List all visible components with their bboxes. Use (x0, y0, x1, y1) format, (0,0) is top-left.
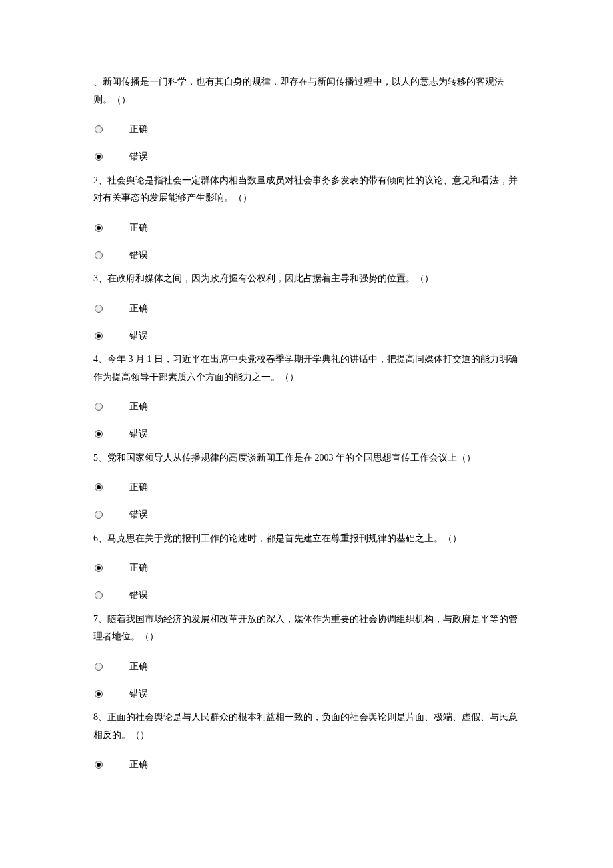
radio-incorrect[interactable] (95, 332, 103, 340)
option-label-correct: 正确 (120, 215, 148, 236)
question-text: 4、今年 3 月 1 日，习近平在出席中央党校春季学期开学典礼的讲话中，把提高同… (93, 351, 520, 386)
option-label-incorrect: 错误 (120, 144, 148, 165)
option-row-correct: 正确 (93, 213, 520, 236)
radio-col (93, 251, 120, 259)
question-block: 2、社会舆论是指社会一定群体内相当数量成员对社会事务多发表的带有倾向性的议论、意… (93, 172, 520, 264)
question-block: 3、在政府和媒体之间，因为政府握有公权利，因此占据着主导和强势的位置。（）正确错… (93, 270, 520, 344)
radio-correct[interactable] (95, 663, 103, 671)
option-row-incorrect: 错误 (93, 679, 520, 702)
option-label-incorrect: 错误 (120, 421, 148, 442)
radio-correct[interactable] (95, 224, 103, 232)
option-label-correct: 正确 (120, 654, 148, 675)
radio-correct[interactable] (95, 305, 103, 313)
radio-incorrect[interactable] (95, 690, 103, 698)
question-block: 、新闻传播是一门科学，也有其自身的规律，即存在与新闻传播过程中，以人的意志为转移… (93, 73, 520, 165)
option-row-incorrect: 错误 (93, 580, 520, 603)
option-label-incorrect: 错误 (120, 502, 148, 523)
question-text: 8、正面的社会舆论是与人民群众的根本利益相一致的，负面的社会舆论则是片面、极端、… (93, 709, 520, 744)
question-block: 4、今年 3 月 1 日，习近平在出席中央党校春季学期开学典礼的讲话中，把提高同… (93, 351, 520, 443)
option-row-correct: 正确 (93, 293, 520, 317)
option-row-correct: 正确 (93, 651, 520, 675)
option-row-correct: 正确 (93, 114, 520, 137)
option-row-incorrect: 错误 (93, 419, 520, 442)
radio-incorrect[interactable] (95, 591, 103, 599)
radio-incorrect[interactable] (95, 251, 103, 259)
radio-col (93, 663, 120, 671)
option-label-correct: 正确 (120, 475, 148, 495)
radio-incorrect[interactable] (95, 430, 103, 438)
radio-col (93, 511, 120, 519)
question-text: 7、随着我国市场经济的发展和改革开放的深入，媒体作为重要的社会协调组织机构，与政… (93, 611, 520, 646)
question-text: 2、社会舆论是指社会一定群体内相当数量成员对社会事务多发表的带有倾向性的议论、意… (93, 172, 520, 207)
option-row-correct: 正确 (93, 472, 520, 495)
radio-correct[interactable] (95, 564, 103, 572)
radio-col (93, 591, 120, 599)
option-label-correct: 正确 (120, 296, 148, 317)
question-text: 6、马克思在关于党的报刊工作的论述时，都是首先建立在尊重报刊规律的基础之上。（） (93, 530, 520, 548)
radio-col (93, 224, 120, 232)
option-label-incorrect: 错误 (120, 583, 148, 603)
question-block: 5、党和国家领导人从传播规律的高度谈新闻工作是在 2003 年的全国思想宣传工作… (93, 449, 520, 523)
question-text: 5、党和国家领导人从传播规律的高度谈新闻工作是在 2003 年的全国思想宣传工作… (93, 449, 520, 467)
option-row-correct: 正确 (93, 553, 520, 576)
radio-col (93, 153, 120, 161)
radio-correct[interactable] (95, 125, 103, 133)
radio-col (93, 564, 120, 572)
question-block: 6、马克思在关于党的报刊工作的论述时，都是首先建立在尊重报刊规律的基础之上。（）… (93, 530, 520, 604)
option-row-incorrect: 错误 (93, 499, 520, 523)
option-row-incorrect: 错误 (93, 141, 520, 165)
radio-correct[interactable] (95, 761, 103, 769)
option-label-incorrect: 错误 (120, 323, 148, 344)
radio-col (93, 761, 120, 769)
radio-col (93, 690, 120, 698)
option-row-correct: 正确 (93, 749, 520, 773)
radio-col (93, 332, 120, 340)
radio-col (93, 483, 120, 491)
question-text: 3、在政府和媒体之间，因为政府握有公权利，因此占据着主导和强势的位置。（） (93, 270, 520, 288)
radio-col (93, 305, 120, 313)
question-block: 7、随着我国市场经济的发展和改革开放的深入，媒体作为重要的社会协调组织机构，与政… (93, 611, 520, 703)
option-label-correct: 正确 (120, 752, 148, 773)
option-row-correct: 正确 (93, 391, 520, 415)
question-block: 8、正面的社会舆论是与人民群众的根本利益相一致的，负面的社会舆论则是片面、极端、… (93, 709, 520, 773)
radio-correct[interactable] (95, 483, 103, 491)
radio-incorrect[interactable] (95, 153, 103, 161)
option-label-correct: 正确 (120, 394, 148, 415)
option-label-incorrect: 错误 (120, 681, 148, 702)
option-row-incorrect: 错误 (93, 240, 520, 263)
question-text: 、新闻传播是一门科学，也有其自身的规律，即存在与新闻传播过程中，以人的意志为转移… (93, 73, 520, 109)
radio-col (93, 430, 120, 438)
radio-correct[interactable] (95, 403, 103, 411)
radio-col (93, 403, 120, 411)
radio-incorrect[interactable] (95, 511, 103, 519)
option-label-incorrect: 错误 (120, 243, 148, 263)
radio-col (93, 125, 120, 133)
option-row-incorrect: 错误 (93, 321, 520, 344)
option-label-correct: 正确 (120, 117, 148, 137)
option-label-correct: 正确 (120, 555, 148, 576)
